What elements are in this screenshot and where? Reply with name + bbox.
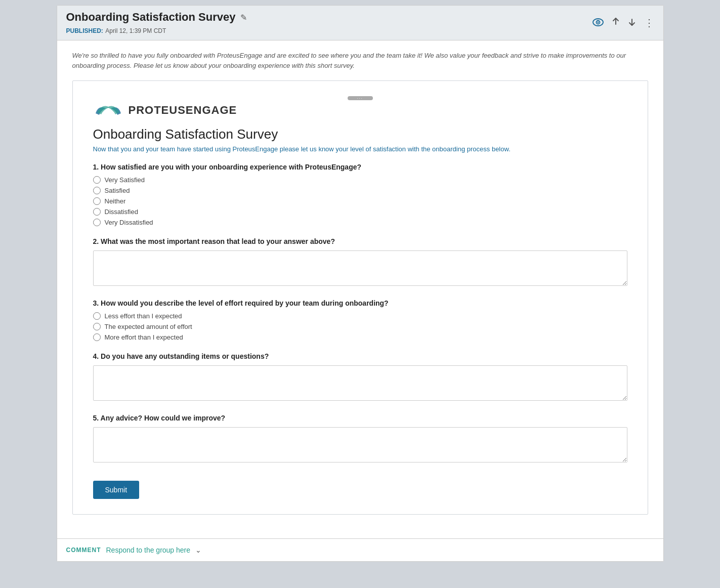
collapse-dots: ··· bbox=[357, 96, 363, 101]
radio-less-effort: Less effort than I expected bbox=[93, 312, 627, 320]
radio-very-dissatisfied: Very Dissatisfied bbox=[93, 219, 627, 226]
comment-respond-text[interactable]: Respond to the group here bbox=[106, 546, 191, 554]
header-right: ⋮ bbox=[592, 17, 654, 29]
radio-very-dissatisfied-input[interactable] bbox=[93, 219, 101, 226]
header-left: Onboarding Satisfaction Survey ✎ PUBLISH… bbox=[66, 11, 247, 35]
radio-dissatisfied: Dissatisfied bbox=[93, 208, 627, 216]
survey-subtitle: Now that you and your team have started … bbox=[93, 145, 627, 153]
edit-icon[interactable]: ✎ bbox=[240, 13, 247, 22]
radio-very-satisfied-label[interactable]: Very Satisfied bbox=[105, 176, 145, 184]
published-date: April 12, 1:39 PM CDT bbox=[105, 27, 166, 34]
logo-text-bold: ENGAGE bbox=[186, 104, 237, 116]
radio-expected-effort: The expected amount of effort bbox=[93, 323, 627, 330]
question-5-block: 5. Any advice? How could we improve? bbox=[93, 414, 627, 465]
radio-neither: Neither bbox=[93, 197, 627, 205]
question-5-label: 5. Any advice? How could we improve? bbox=[93, 414, 627, 422]
question-3-label: 3. How would you describe the level of e… bbox=[93, 299, 627, 307]
question-1-block: 1. How satisfied are you with your onboa… bbox=[93, 163, 627, 226]
svg-point-2 bbox=[597, 21, 599, 23]
comment-label: COMMENT bbox=[66, 547, 101, 554]
radio-more-effort: More effort than I expected bbox=[93, 333, 627, 341]
radio-expected-effort-input[interactable] bbox=[93, 323, 101, 330]
download-icon[interactable] bbox=[628, 17, 636, 29]
question-4-block: 4. Do you have any outstanding items or … bbox=[93, 352, 627, 403]
eye-icon[interactable] bbox=[592, 17, 604, 29]
page-title: Onboarding Satisfaction Survey bbox=[66, 11, 236, 24]
question-2-textarea[interactable] bbox=[93, 250, 627, 286]
radio-more-effort-input[interactable] bbox=[93, 333, 101, 341]
radio-dissatisfied-label[interactable]: Dissatisfied bbox=[105, 208, 138, 216]
radio-very-dissatisfied-label[interactable]: Very Dissatisfied bbox=[105, 219, 153, 226]
main-container: Onboarding Satisfaction Survey ✎ PUBLISH… bbox=[57, 5, 664, 562]
question-3-block: 3. How would you describe the level of e… bbox=[93, 299, 627, 341]
radio-expected-effort-label[interactable]: The expected amount of effort bbox=[105, 323, 192, 330]
radio-very-satisfied: Very Satisfied bbox=[93, 176, 627, 184]
radio-satisfied-input[interactable] bbox=[93, 187, 101, 194]
intro-section: We're so thrilled to have you fully onbo… bbox=[57, 40, 663, 75]
radio-more-effort-label[interactable]: More effort than I expected bbox=[105, 333, 183, 341]
survey-card: ··· PROTEUSENGAGE Onboarding Satisfactio… bbox=[72, 80, 648, 515]
submit-button[interactable]: Submit bbox=[93, 481, 140, 499]
question-2-block: 2. What was the most important reason th… bbox=[93, 237, 627, 288]
question-1-label: 1. How satisfied are you with your onboa… bbox=[93, 163, 627, 171]
radio-dissatisfied-input[interactable] bbox=[93, 208, 101, 216]
radio-neither-input[interactable] bbox=[93, 197, 101, 205]
intro-text: We're so thrilled to have you fully onbo… bbox=[72, 51, 648, 70]
collapse-bar[interactable]: ··· bbox=[348, 96, 373, 100]
header-title-row: Onboarding Satisfaction Survey ✎ bbox=[66, 11, 247, 24]
radio-neither-label[interactable]: Neither bbox=[105, 197, 126, 205]
radio-satisfied-label[interactable]: Satisfied bbox=[105, 187, 130, 194]
question-2-label: 2. What was the most important reason th… bbox=[93, 237, 627, 245]
radio-satisfied: Satisfied bbox=[93, 187, 627, 194]
question-4-textarea[interactable] bbox=[93, 365, 627, 401]
published-info: PUBLISHED: April 12, 1:39 PM CDT bbox=[66, 26, 247, 35]
comment-bar: COMMENT Respond to the group here ⌄ bbox=[57, 538, 663, 561]
logo-text: PROTEUSENGAGE bbox=[129, 104, 237, 117]
question-4-label: 4. Do you have any outstanding items or … bbox=[93, 352, 627, 360]
header: Onboarding Satisfaction Survey ✎ PUBLISH… bbox=[57, 6, 663, 40]
body-area: We're so thrilled to have you fully onbo… bbox=[57, 40, 663, 538]
upload-icon[interactable] bbox=[612, 17, 620, 29]
collapse-indicator: ··· bbox=[93, 96, 627, 100]
proteus-logo-icon bbox=[93, 102, 123, 118]
radio-less-effort-label[interactable]: Less effort than I expected bbox=[105, 312, 182, 320]
chevron-down-icon[interactable]: ⌄ bbox=[195, 546, 201, 554]
logo-area: PROTEUSENGAGE bbox=[93, 102, 627, 118]
more-options-icon[interactable]: ⋮ bbox=[644, 17, 654, 29]
question-5-textarea[interactable] bbox=[93, 427, 627, 463]
survey-title: Onboarding Satisfaction Survey bbox=[93, 127, 627, 142]
radio-less-effort-input[interactable] bbox=[93, 312, 101, 320]
radio-very-satisfied-input[interactable] bbox=[93, 176, 101, 184]
logo-text-regular: PROTEUS bbox=[129, 104, 186, 116]
published-label: PUBLISHED: bbox=[66, 27, 103, 34]
